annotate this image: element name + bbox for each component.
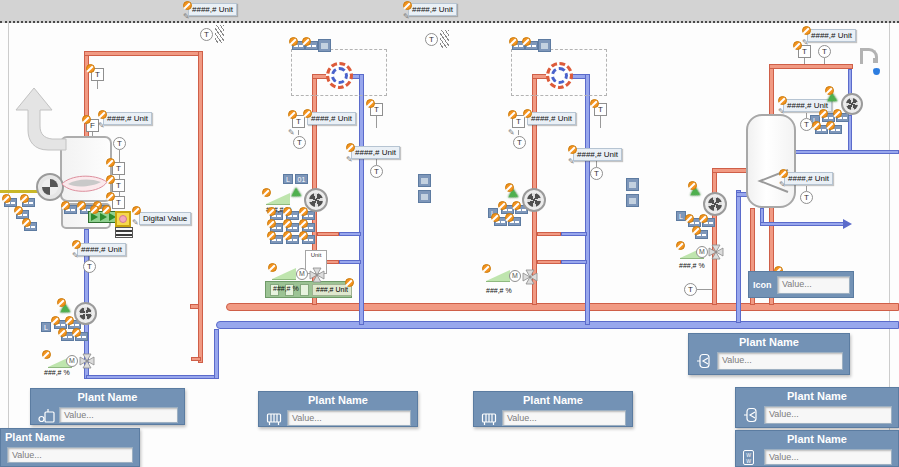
schedule-icon[interactable] <box>538 39 551 52</box>
offline-icon <box>833 109 842 118</box>
pump[interactable] <box>522 188 546 212</box>
offline-icon <box>568 145 577 154</box>
icon-value-box[interactable]: Icon Value... <box>748 271 854 298</box>
digital-point-icon[interactable] <box>115 211 131 227</box>
temp-sensor[interactable]: T <box>83 260 96 273</box>
outside-temp-sensor-icon[interactable]: T <box>200 28 213 41</box>
pen-icon: ✎ <box>72 252 79 260</box>
offline-icon <box>802 26 811 35</box>
percent-value-label[interactable]: ###,# % <box>44 369 70 376</box>
motor-icon[interactable]: M <box>509 270 521 282</box>
crossover-pipe <box>561 232 587 236</box>
analog-value-label[interactable]: ####,# Unit <box>408 3 457 16</box>
temp-sensor[interactable]: T <box>293 136 306 149</box>
schedule-icon[interactable] <box>626 178 639 191</box>
offline-icon <box>403 1 412 10</box>
analog-value-label[interactable]: ####,# Unit <box>77 243 126 256</box>
analog-value-label[interactable]: ####,# Unit <box>351 146 400 159</box>
boiler-icon <box>38 408 56 424</box>
plant-value-field[interactable]: Value... <box>59 407 178 423</box>
plant-name-header: Plant Name <box>736 388 898 405</box>
sensor-stem <box>697 289 712 290</box>
plant-value-field[interactable]: Value... <box>7 447 133 463</box>
analog-value-label[interactable]: ####,# Unit <box>784 172 833 185</box>
sensor-stem <box>804 58 805 64</box>
temp-sensor[interactable]: T <box>113 137 126 150</box>
sensor-stem <box>600 116 601 128</box>
analog-value-label[interactable]: ####,# Unit <box>103 112 152 125</box>
schedule-icon[interactable] <box>418 190 431 203</box>
valve-icon[interactable] <box>308 266 326 284</box>
return-pipe <box>214 329 219 379</box>
offline-icon <box>688 181 697 190</box>
stage-bar-icon <box>300 284 309 296</box>
temp-sensor[interactable]: T <box>590 167 603 180</box>
plant-value-field[interactable]: Value... <box>717 352 843 370</box>
analog-value-label[interactable]: ####,# Unit <box>527 112 576 125</box>
water-drop-icon <box>873 68 880 75</box>
ground-hatch-icon <box>215 25 224 43</box>
pump[interactable] <box>841 93 863 115</box>
heat-exchanger-icon[interactable] <box>546 62 573 89</box>
temp-sensor[interactable]: T <box>818 45 831 58</box>
motor-icon[interactable]: M <box>296 268 308 280</box>
sensor-stem <box>97 81 98 89</box>
plant-nav-button[interactable]: Plant Name WW Value... <box>735 430 899 467</box>
analog-value-label[interactable]: ####,# Unit <box>807 29 856 42</box>
offline-icon <box>303 109 312 118</box>
valve-icon[interactable] <box>521 268 539 286</box>
pen-icon: ✎ <box>779 181 786 189</box>
hot-water-icon: WW <box>743 450 754 465</box>
pump[interactable] <box>304 188 328 212</box>
outside-temp-sensor-icon[interactable]: T <box>425 33 438 46</box>
offline-icon <box>793 41 802 50</box>
offline-icon <box>699 214 708 223</box>
plant-value-field[interactable]: Value... <box>764 449 892 465</box>
offline-icon <box>58 328 67 337</box>
temp-sensor[interactable]: T <box>800 191 813 204</box>
plant-nav-button[interactable]: Plant Name Value... <box>30 388 185 425</box>
temp-sensor[interactable]: T <box>370 165 383 178</box>
plant-nav-button[interactable]: Plant Name Value... <box>688 333 850 375</box>
plant-name-header: Plant Name <box>1 429 139 446</box>
pump[interactable] <box>703 192 727 216</box>
storage-tank-icon <box>743 407 759 423</box>
temp-sensor[interactable]: T <box>513 136 526 149</box>
plant-value-field[interactable]: Value... <box>287 410 411 426</box>
analog-value-label[interactable]: ####,# Unit <box>573 148 622 161</box>
storage-tank-icon <box>696 353 712 369</box>
pen-icon: ✎ <box>346 156 353 164</box>
plant-nav-button[interactable]: Plant Name Value... <box>473 391 633 427</box>
offline-icon <box>509 37 518 46</box>
pump[interactable] <box>74 302 97 325</box>
plant-nav-button[interactable]: Plant Name Value... <box>0 428 140 467</box>
value-field[interactable]: Value... <box>777 276 850 294</box>
plant-nav-button[interactable]: Plant Name Value... <box>258 391 418 427</box>
offline-icon <box>346 143 355 152</box>
supply-pipe <box>190 304 199 309</box>
offline-icon <box>812 121 821 130</box>
plant-nav-button[interactable]: Plant Name Value... <box>735 387 899 428</box>
valve-icon[interactable] <box>707 243 725 261</box>
analog-value-label[interactable]: ####,# Unit <box>188 3 237 16</box>
digital-value-label[interactable]: Digital Value <box>139 212 191 225</box>
offline-icon <box>57 298 66 307</box>
percent-value-label[interactable]: ###,# % <box>486 287 512 294</box>
offline-icon <box>590 99 599 108</box>
schedule-icon[interactable] <box>418 174 431 187</box>
motor-icon[interactable]: M <box>66 355 78 367</box>
heat-exchanger-icon[interactable] <box>326 62 353 89</box>
offline-icon <box>72 240 81 249</box>
schedule-icon[interactable] <box>318 39 331 52</box>
percent-value-label[interactable]: ###,# % <box>679 262 705 269</box>
valve-icon[interactable] <box>78 352 96 370</box>
plant-value-field[interactable]: Value... <box>764 406 892 424</box>
schedule-icon[interactable] <box>626 194 639 207</box>
pen-icon: ✎ <box>403 13 410 21</box>
analog-value-label[interactable]: ####,# Unit <box>307 112 356 125</box>
offline-icon <box>2 194 11 203</box>
offline-icon <box>132 206 141 215</box>
percent-value-label[interactable]: ###,# % <box>273 285 299 292</box>
plant-value-field[interactable]: Value... <box>502 410 626 426</box>
temp-sensor[interactable]: T <box>684 283 697 296</box>
